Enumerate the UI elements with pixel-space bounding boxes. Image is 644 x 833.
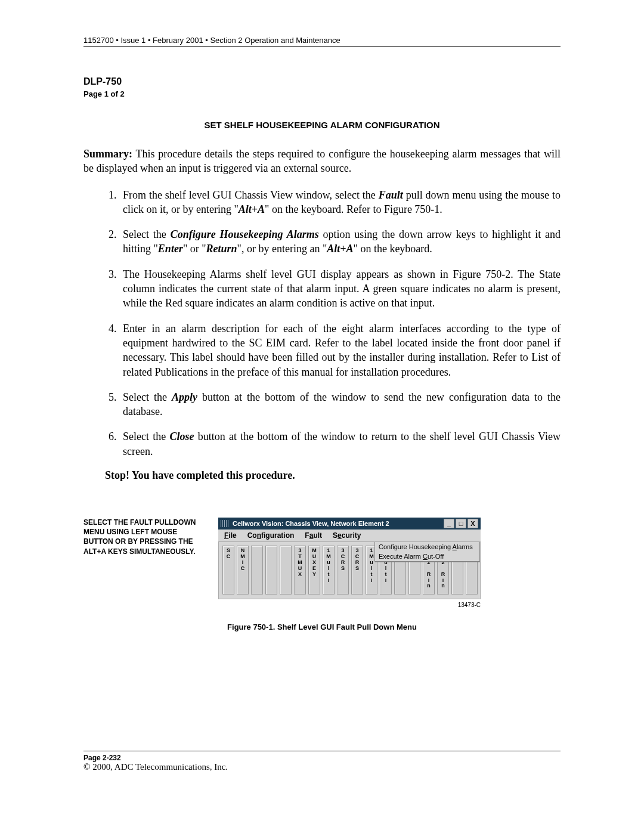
slot — [251, 546, 263, 594]
menu-security[interactable]: Security — [333, 531, 361, 540]
dlp-code: DLP-750 — [83, 76, 561, 87]
summary: Summary: This procedure details the step… — [83, 147, 561, 176]
step-1: From the shelf level GUI Chassis View wi… — [119, 188, 561, 217]
step-4: Enter in an alarm description for each o… — [119, 321, 561, 379]
step-5: Select the Apply button at the bottom of… — [119, 390, 561, 419]
menu-item-configure-housekeeping-alarms[interactable]: Configure Housekeeping Alarms — [375, 542, 479, 552]
close-button[interactable]: X — [467, 519, 478, 528]
menu-file[interactable]: File — [224, 531, 237, 540]
summary-label: Summary: — [83, 148, 132, 160]
fault-dropdown: Configure Housekeeping Alarms Execute Al… — [374, 542, 480, 562]
chassis-canvas: Configure Housekeeping Alarms Execute Al… — [218, 542, 481, 599]
step-2: Select the Configure Housekeeping Alarms… — [119, 227, 561, 256]
window-titlebar: Cellworx Vision: Chassis View, Network E… — [218, 518, 481, 529]
footer-copyright: © 2000, ADC Telecommunications, Inc. — [83, 762, 561, 772]
menu-configuration[interactable]: Configuration — [247, 531, 295, 540]
menu-fault[interactable]: Fault — [305, 531, 322, 540]
step-3: The Housekeeping Alarms shelf level GUI … — [119, 267, 561, 311]
slot: N M I C — [237, 546, 249, 594]
gui-window: Cellworx Vision: Chassis View, Network E… — [218, 518, 481, 599]
section-title: SET SHELF HOUSEKEEPING ALARM CONFIGURATI… — [83, 120, 561, 130]
footer-page: Page 2-232 — [83, 754, 561, 762]
step-6: Select the Close button at the bottom of… — [119, 429, 561, 459]
running-header: 1152700 • Issue 1 • February 2001 • Sect… — [83, 36, 561, 47]
grip-icon — [221, 520, 229, 527]
page-of: Page 1 of 2 — [83, 89, 561, 98]
slot: S C — [222, 546, 234, 594]
slot — [280, 546, 292, 594]
stop-notice: Stop! You have completed this procedure. — [105, 469, 561, 482]
figure-id: 13473-C — [218, 602, 481, 608]
page-footer: Page 2-232 © 2000, ADC Telecommunication… — [83, 751, 561, 772]
maximize-button[interactable]: □ — [456, 519, 466, 528]
figure-caption: Figure 750-1. Shelf Level GUI Fault Pull… — [83, 623, 561, 631]
procedure-steps: From the shelf level GUI Chassis View wi… — [83, 188, 561, 459]
minimize-button[interactable]: _ — [444, 519, 454, 528]
window-title: Cellworx Vision: Chassis View, Network E… — [233, 520, 389, 527]
summary-text: This procedure details the steps require… — [83, 148, 561, 174]
menu-bar: File Configuration Fault Security — [218, 529, 481, 542]
figure-side-note: SELECT THE FAULT PULLDOWN MENU USING LEF… — [83, 518, 209, 556]
slot — [265, 546, 277, 594]
menu-item-execute-alarm-cutoff[interactable]: Execute Alarm Cut-Off — [375, 552, 479, 561]
